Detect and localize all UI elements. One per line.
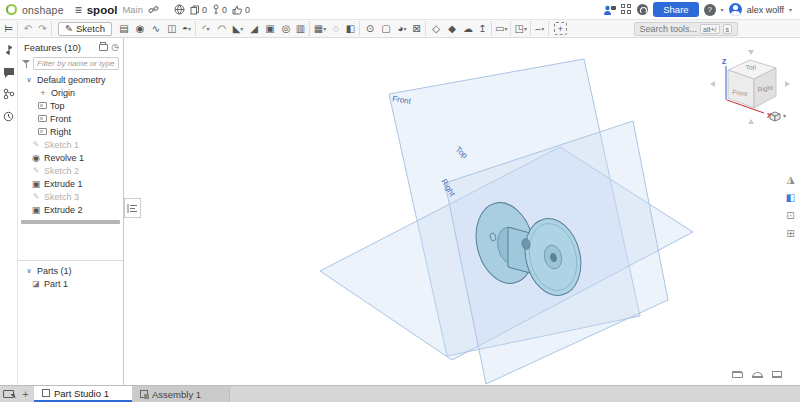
- versions-icon[interactable]: [3, 88, 15, 100]
- modify-fillet-icon[interactable]: ◕▾: [394, 21, 410, 36]
- delete-face-icon[interactable]: ⊠: [410, 21, 426, 36]
- composite-curve-icon[interactable]: ⌢▾: [533, 21, 549, 36]
- tab-part-studio-1[interactable]: Part Studio 1: [34, 386, 132, 402]
- chevron-down-icon[interactable]: [24, 76, 34, 84]
- parts-header[interactable]: Parts (1): [18, 264, 123, 277]
- feedback-person-icon[interactable]: [603, 4, 616, 16]
- panel-collapse-handle[interactable]: [124, 198, 141, 218]
- add-tab-button[interactable]: +: [17, 386, 34, 402]
- thicken-icon[interactable]: ◓▾: [180, 21, 196, 36]
- public-globe-icon[interactable]: [174, 4, 185, 15]
- tab-bar: + Part Studio 1 Assembly 1: [0, 385, 800, 402]
- search-tools-box[interactable]: Search tools... alt+/ s: [634, 22, 738, 36]
- rotate-up-arrow-icon: [748, 50, 754, 55]
- import-icon[interactable]: ☁: [460, 21, 476, 36]
- draft-icon[interactable]: ◣▾: [230, 21, 246, 36]
- top-bar: onshape ≡ spool Main 0 0 0 Share ? ▾: [0, 0, 800, 20]
- tree-item-top-plane[interactable]: Top: [18, 99, 123, 112]
- onshape-logo-text: onshape: [22, 4, 64, 16]
- helix-icon[interactable]: ◳▾: [513, 21, 530, 36]
- mirror-icon[interactable]: ◧: [344, 21, 360, 36]
- sketch-button[interactable]: ✎ Sketch: [58, 22, 112, 36]
- rotate-right-arrow-icon: [785, 81, 790, 87]
- isometric-pyramid-icon[interactable]: ◮: [783, 172, 798, 187]
- document-menu-icon[interactable]: ≡: [75, 3, 82, 17]
- chamfer-icon[interactable]: ◠: [214, 21, 230, 36]
- tree-item-front-plane[interactable]: Front: [18, 112, 123, 125]
- split-icon[interactable]: ▢: [378, 21, 394, 36]
- loft-icon[interactable]: ◫: [164, 21, 180, 36]
- help-icon[interactable]: ?: [704, 4, 716, 16]
- branch-name[interactable]: Main: [122, 4, 143, 15]
- features-header: Features (10) ◷: [18, 38, 123, 55]
- filter-input[interactable]: [33, 57, 119, 70]
- replace-face-icon[interactable]: ◆: [444, 21, 460, 36]
- user-menu-caret-icon[interactable]: ▾: [789, 7, 792, 13]
- sweep-icon[interactable]: ∿: [148, 21, 164, 36]
- new-folder-icon[interactable]: [99, 44, 108, 51]
- named-views-icon[interactable]: ⊡: [783, 208, 798, 223]
- circular-pattern-icon[interactable]: ◌: [328, 21, 344, 36]
- feature-history-icon[interactable]: ◷: [111, 43, 119, 52]
- like-count[interactable]: 0: [232, 5, 250, 15]
- viewport-status-icons: [732, 371, 782, 378]
- user-name[interactable]: alex wolff: [747, 5, 784, 15]
- user-avatar[interactable]: [729, 3, 742, 16]
- tree-item-revolve1[interactable]: Revolve 1: [18, 151, 123, 164]
- linear-pattern-icon[interactable]: ▦▾: [312, 21, 328, 36]
- plane-icon[interactable]: ▭▾: [494, 21, 511, 36]
- boolean-icon[interactable]: ⊙: [362, 21, 378, 36]
- share-button[interactable]: Share: [653, 2, 698, 17]
- pin-count[interactable]: 0: [212, 4, 227, 15]
- feature-list-toggle-button[interactable]: ⊨: [2, 21, 18, 36]
- pin-icon: [212, 4, 220, 15]
- view-frame-icon[interactable]: ⊞: [783, 226, 798, 241]
- document-name[interactable]: spool: [87, 4, 118, 16]
- onshape-app: onshape ≡ spool Main 0 0 0 Share ? ▾: [0, 0, 800, 402]
- tree-item-default-geometry[interactable]: Default geometry: [18, 73, 123, 86]
- hole-icon[interactable]: ◎: [278, 21, 294, 36]
- redo-button[interactable]: ↷: [36, 21, 52, 36]
- tree-item-part1[interactable]: Part 1: [18, 277, 123, 290]
- revolve-icon[interactable]: ◉: [132, 21, 148, 36]
- link-icon[interactable]: [148, 4, 159, 15]
- thread-icon[interactable]: ▥: [294, 21, 310, 36]
- tree-item-sketch3[interactable]: Sketch 3: [18, 190, 123, 203]
- webcam-icon[interactable]: [752, 372, 763, 378]
- comments-icon[interactable]: [3, 66, 15, 78]
- rib-icon[interactable]: ◢: [246, 21, 262, 36]
- tree-item-extrude2[interactable]: Extrude 2: [18, 203, 123, 216]
- section-view-icon[interactable]: ◧: [783, 190, 798, 205]
- app-store-icon[interactable]: [621, 4, 632, 15]
- copy-count[interactable]: 0: [190, 5, 207, 15]
- plane-icon: [38, 115, 47, 122]
- rollback-bar[interactable]: [21, 220, 120, 224]
- help-caret-icon[interactable]: ▾: [721, 7, 724, 13]
- revolve-icon: [31, 153, 41, 163]
- undo-button[interactable]: ↶: [20, 21, 36, 36]
- view-options-button[interactable]: ▾: [768, 110, 786, 122]
- configurations-icon[interactable]: [3, 44, 15, 56]
- model-scene[interactable]: Front Top Right: [124, 38, 800, 385]
- tree-item-extrude1[interactable]: Extrude 1: [18, 177, 123, 190]
- fillet-icon[interactable]: ◜▾: [198, 21, 214, 36]
- manage-tabs-button[interactable]: [0, 386, 17, 402]
- shell-icon[interactable]: ▣: [262, 21, 278, 36]
- tree-item-origin[interactable]: Origin: [18, 86, 123, 99]
- chevron-down-icon[interactable]: [24, 267, 34, 275]
- extrude-icon: [31, 179, 41, 189]
- printer-icon[interactable]: [732, 371, 743, 378]
- move-face-icon[interactable]: ◇: [428, 21, 444, 36]
- select-tool-icon[interactable]: [554, 22, 567, 35]
- tree-item-sketch1[interactable]: Sketch 1: [18, 138, 123, 151]
- export-icon[interactable]: ↥: [476, 21, 492, 36]
- extrude-icon[interactable]: ▤: [116, 21, 132, 36]
- learning-center-icon[interactable]: [637, 4, 648, 15]
- tab-assembly-1[interactable]: Assembly 1: [132, 386, 230, 402]
- history-icon[interactable]: [3, 110, 15, 122]
- tree-item-right-plane[interactable]: Right: [18, 125, 123, 138]
- tree-item-sketch2[interactable]: Sketch 2: [18, 164, 123, 177]
- monitor-icon[interactable]: [772, 371, 782, 378]
- search-tools-placeholder: Search tools...: [640, 24, 698, 34]
- graphics-viewport[interactable]: Front Top Right: [124, 38, 800, 385]
